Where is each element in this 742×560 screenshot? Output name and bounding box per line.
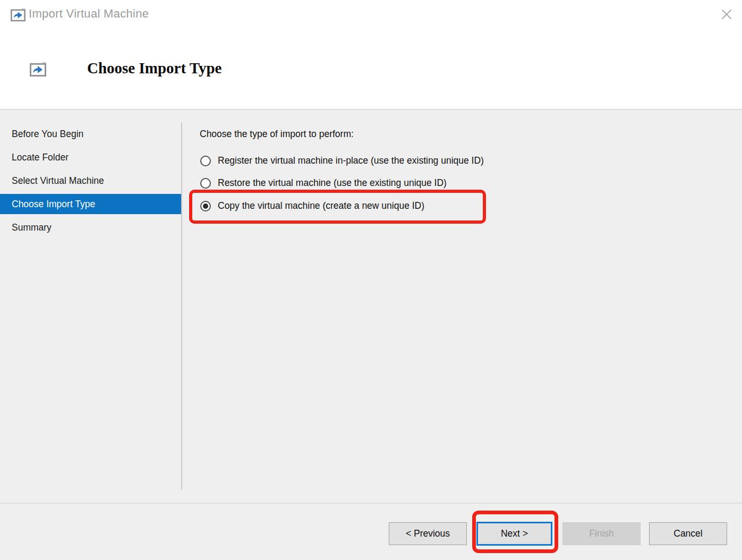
import-vm-window-icon xyxy=(11,7,25,23)
window-title: Import Virtual Machine xyxy=(29,7,149,21)
titlebar: Import Virtual Machine xyxy=(0,0,742,30)
sidebar-item-summary[interactable]: Summary xyxy=(0,216,181,239)
instruction-text: Choose the type of import to perform: xyxy=(200,129,354,140)
option-label: Restore the virtual machine (use the exi… xyxy=(218,177,447,189)
sidebar-item-select-virtual-machine[interactable]: Select Virtual Machine xyxy=(0,169,181,192)
sidebar-content-divider xyxy=(181,122,182,490)
register-option-row[interactable]: Register the virtual machine in-place (u… xyxy=(200,155,484,166)
finish-button: Finish xyxy=(562,522,641,545)
radio-checked-icon[interactable] xyxy=(200,201,211,211)
option-label: Copy the virtual machine (create a new u… xyxy=(218,200,424,211)
restore-option-row[interactable]: Restore the virtual machine (use the exi… xyxy=(200,177,447,189)
wizard-steps-sidebar: Before You Begin Locate Folder Select Vi… xyxy=(0,122,181,239)
radio-unchecked-icon[interactable] xyxy=(200,156,211,166)
sidebar-item-before-you-begin[interactable]: Before You Begin xyxy=(0,122,181,146)
copy-option-row[interactable]: Copy the virtual machine (create a new u… xyxy=(200,200,424,211)
option-label: Register the virtual machine in-place (u… xyxy=(218,155,484,166)
sidebar-item-choose-import-type[interactable]: Choose Import Type xyxy=(0,194,181,214)
page-title: Choose Import Type xyxy=(87,60,222,77)
sidebar-item-locate-folder[interactable]: Locate Folder xyxy=(0,146,181,169)
cancel-button[interactable]: Cancel xyxy=(649,522,727,545)
radio-unchecked-icon[interactable] xyxy=(200,178,211,189)
footer-divider xyxy=(0,503,742,504)
next-button[interactable]: Next > xyxy=(476,522,552,546)
close-icon[interactable] xyxy=(717,4,737,24)
import-vm-window-icon xyxy=(29,62,47,77)
previous-button[interactable]: < Previous xyxy=(389,522,467,545)
